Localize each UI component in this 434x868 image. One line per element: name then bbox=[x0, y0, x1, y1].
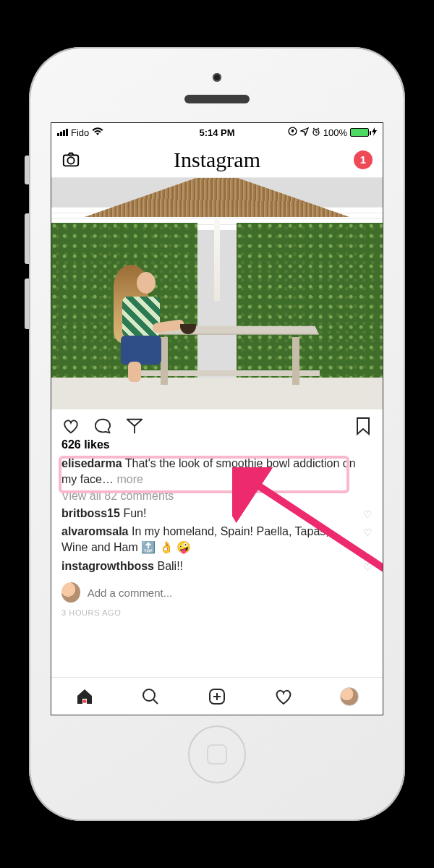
instagram-logo: Instagram bbox=[174, 148, 260, 172]
app-header: Instagram 1 bbox=[51, 142, 383, 178]
comment-row: britboss15 Fun! ♡ bbox=[51, 504, 383, 523]
dm-badge[interactable]: 1 bbox=[354, 150, 373, 169]
caption-more-link[interactable]: more bbox=[116, 473, 142, 485]
home-activity-dot bbox=[82, 699, 86, 703]
comment-username[interactable]: alvaromsala bbox=[61, 525, 129, 537]
camera-icon[interactable] bbox=[61, 150, 80, 169]
screen: Fido 5:14 PM 100% bbox=[51, 122, 383, 715]
location-icon bbox=[300, 127, 309, 138]
volume-down-button bbox=[25, 278, 29, 329]
post-image[interactable] bbox=[51, 178, 383, 409]
comment-like-icon[interactable]: ♡ bbox=[363, 561, 373, 573]
profile-avatar-icon bbox=[340, 687, 359, 706]
tab-profile[interactable] bbox=[335, 687, 364, 706]
tab-add-post[interactable] bbox=[203, 687, 231, 706]
tab-home[interactable] bbox=[70, 687, 99, 706]
charging-icon bbox=[372, 127, 377, 138]
likes-count[interactable]: 626 likes bbox=[51, 438, 383, 456]
comment-icon[interactable] bbox=[93, 417, 112, 435]
view-all-comments[interactable]: View all 82 comments bbox=[61, 488, 373, 504]
tab-search[interactable] bbox=[136, 687, 165, 706]
carrier-label: Fido bbox=[71, 127, 89, 138]
comment-row: alvaromsala In my homeland, Spain! Paell… bbox=[51, 522, 383, 556]
volume-up-button bbox=[25, 213, 29, 264]
caption-username[interactable]: elisedarma bbox=[61, 457, 122, 469]
wifi-icon bbox=[92, 127, 103, 138]
post-actions bbox=[51, 409, 383, 438]
phone-frame: Fido 5:14 PM 100% bbox=[29, 47, 405, 821]
own-avatar[interactable] bbox=[61, 582, 80, 603]
home-button[interactable] bbox=[188, 726, 246, 783]
svg-point-4 bbox=[67, 157, 74, 163]
comment-username[interactable]: instagrowthboss bbox=[61, 560, 154, 572]
svg-rect-1 bbox=[292, 129, 294, 132]
battery-icon bbox=[350, 128, 369, 137]
tab-bar bbox=[51, 677, 383, 715]
comment-username[interactable]: britboss15 bbox=[61, 507, 120, 519]
orientation-lock-icon bbox=[288, 127, 297, 138]
tab-activity[interactable] bbox=[269, 687, 298, 706]
alarm-icon bbox=[312, 127, 320, 138]
share-icon[interactable] bbox=[125, 417, 144, 435]
battery-pct: 100% bbox=[323, 127, 347, 138]
signal-bars-icon bbox=[57, 129, 68, 136]
comment-text: Bali!! bbox=[157, 560, 183, 572]
svg-point-5 bbox=[143, 689, 155, 701]
front-camera bbox=[213, 73, 221, 82]
like-icon[interactable] bbox=[61, 417, 80, 435]
status-bar: Fido 5:14 PM 100% bbox=[51, 123, 383, 142]
comment-row: instagrowthboss Bali!! ♡ bbox=[51, 557, 383, 576]
comment-text: Fun! bbox=[123, 507, 146, 519]
clock: 5:14 PM bbox=[163, 127, 270, 138]
mute-switch bbox=[25, 156, 29, 184]
bookmark-icon[interactable] bbox=[354, 417, 373, 435]
post-time-ago: 3 HOURS AGO bbox=[51, 605, 383, 624]
comment-like-icon[interactable]: ♡ bbox=[363, 509, 373, 520]
comment-like-icon[interactable]: ♡ bbox=[363, 527, 373, 538]
caption-block: elisedarma That's the look of smoothie b… bbox=[51, 456, 383, 504]
add-comment-input[interactable] bbox=[88, 587, 373, 599]
add-comment-row bbox=[51, 575, 383, 605]
earpiece-speaker bbox=[184, 95, 250, 103]
